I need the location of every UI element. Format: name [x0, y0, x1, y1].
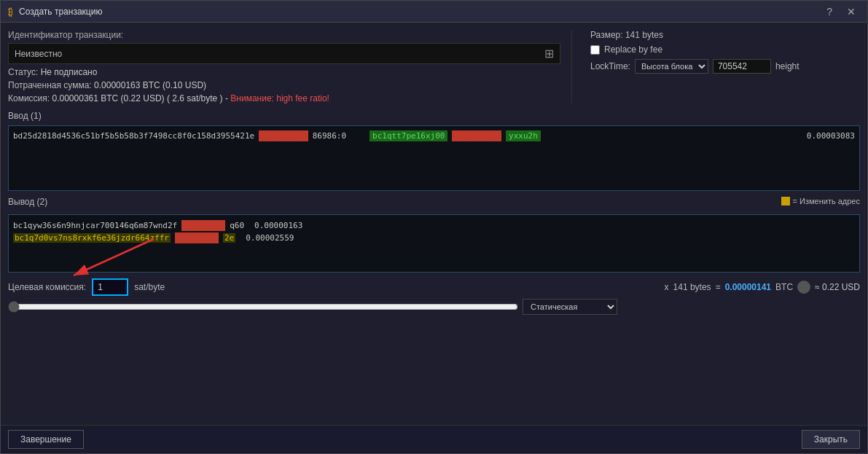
- right-info: Размер: 141 bytes Replace by fee LockTim…: [583, 30, 860, 103]
- title-bar-right: ? ✕: [822, 4, 860, 19]
- close-window-button[interactable]: ✕: [842, 4, 860, 19]
- table-row: bc1q7d0vs7ns8rxkf6e36jzdr664zffr ████ 2e…: [13, 232, 855, 244]
- fee-unit-label: sat/byte: [134, 282, 165, 292]
- fee-btc-value: 0.00000141: [725, 282, 771, 292]
- fee-multiplier: x: [665, 282, 669, 292]
- size-label: Размер:: [590, 30, 623, 40]
- output-redacted-2: ████: [175, 232, 219, 243]
- input-header: Ввод (1): [8, 108, 860, 122]
- input-redacted-1: █████████: [259, 130, 308, 141]
- close-button[interactable]: Закрыть: [802, 430, 860, 449]
- coin-icon: [797, 281, 810, 294]
- main-window: ₿ Создать транзакцию ? ✕ Идентификатор т…: [0, 0, 868, 454]
- output-addr-1-end: q60: [230, 221, 244, 230]
- legend-square: [781, 197, 790, 206]
- input-index: 86986:0: [313, 131, 346, 141]
- status-value: Не подписано: [41, 67, 98, 77]
- left-info: Идентификатор транзакции: Неизвестно ⊞ С…: [8, 30, 560, 103]
- change-addr-legend: = Изменить адрес: [781, 197, 860, 206]
- txid-box: Неизвестно ⊞: [8, 43, 560, 64]
- output-addr-1: bc1qyw36s6n9hnjcar700146q6m87wnd2f: [13, 221, 177, 230]
- title-bar-left: ₿ Создать транзакцию: [8, 6, 102, 17]
- spent-label: Потраченная сумма:: [8, 80, 92, 90]
- txid-value: Неизвестно: [15, 49, 62, 59]
- output-addr-2: bc1q7d0vs7ns8rxkf6e36jzdr664zffr: [13, 233, 171, 243]
- fee-usd-value: ≈ 0.22 USD: [815, 282, 860, 292]
- fee-btc-label: BTC: [775, 282, 793, 292]
- fee-wrapper: Целевая комиссия: sat/byte x 141 bytes =…: [8, 275, 860, 315]
- output-redacted-1: ██████: [181, 220, 225, 231]
- fee-label: Комиссия:: [8, 93, 50, 103]
- replace-by-fee-row: Replace by fee: [590, 44, 860, 55]
- legend-text: = Изменить адрес: [793, 197, 860, 206]
- fee-value-input[interactable]: [92, 278, 128, 296]
- output-amount-1: 0.00000163: [254, 221, 302, 230]
- output-label: Вывод (2): [8, 194, 47, 208]
- output-section: bc1qyw36s6n9hnjcar700146q6m87wnd2f █████…: [8, 214, 860, 273]
- locktime-unit: height: [775, 61, 799, 71]
- output-amount-2: 0.00002559: [246, 233, 294, 243]
- bitcoin-icon: ₿: [8, 6, 13, 17]
- locktime-select[interactable]: Высота блока: [635, 59, 708, 74]
- fee-type-select[interactable]: Статическая: [523, 299, 617, 315]
- size-text: Размер: 141 bytes: [590, 30, 860, 40]
- bottom-bar: Завершение Закрыть: [1, 425, 867, 453]
- input-redacted-2: █████████: [452, 130, 501, 141]
- locktime-label: LockTime:: [590, 61, 630, 71]
- fee-bytes: 141 bytes: [673, 282, 711, 292]
- finish-button[interactable]: Завершение: [8, 430, 84, 449]
- replace-by-fee-label: Replace by fee: [604, 44, 662, 55]
- size-value: 141 bytes: [625, 30, 663, 40]
- qr-icon: ⊞: [544, 47, 554, 60]
- input-amount: 0.00003083: [807, 131, 855, 141]
- output-addr-2-end: 2e: [223, 233, 235, 243]
- sections-wrapper: Ввод (1) bd25d2818d4536c51bf5b5b58b3f749…: [8, 108, 860, 418]
- fee-warning: Внимание: high fee ratio!: [230, 93, 329, 103]
- input-txid: bd25d2818d4536c51bf5b5b58b3f7498cc8f0c15…: [13, 131, 254, 141]
- input-address: bc1qtt7pe16xj00: [370, 130, 447, 141]
- slider-row: Статическая: [8, 299, 860, 315]
- txid-label: Идентификатор транзакции:: [8, 30, 560, 40]
- locktime-row: LockTime: Высота блока height: [590, 59, 860, 74]
- locktime-value-input[interactable]: [713, 59, 771, 74]
- status-label: Статус:: [8, 67, 38, 77]
- replace-by-fee-checkbox[interactable]: [590, 45, 600, 55]
- fee-section: Целевая комиссия: sat/byte x 141 bytes =…: [8, 275, 860, 299]
- input-address-end: yxxu2h: [506, 130, 541, 141]
- help-button[interactable]: ?: [822, 4, 837, 19]
- table-row: bc1qyw36s6n9hnjcar700146q6m87wnd2f █████…: [13, 219, 855, 232]
- table-row: bd25d2818d4536c51bf5b5b58b3f7498cc8f0c15…: [13, 130, 855, 141]
- title-bar: ₿ Создать транзакцию ? ✕: [1, 1, 867, 23]
- spent-line: Потраченная сумма: 0.00000163 BTC (0.10 …: [8, 80, 560, 90]
- fee-line: Комиссия: 0.00000361 BTC (0.22 USD) ( 2.…: [8, 93, 560, 103]
- fee-calc: x 141 bytes = 0.00000141 BTC ≈ 0.22 USD: [665, 281, 860, 294]
- fee-slider[interactable]: [8, 301, 518, 313]
- fee-equals: =: [716, 282, 721, 292]
- output-header: Вывод (2) = Изменить адрес: [8, 194, 860, 208]
- top-section: Идентификатор транзакции: Неизвестно ⊞ С…: [8, 30, 860, 103]
- window-title: Создать транзакцию: [19, 7, 102, 17]
- fee-value: 0.00000361 BTC (0.22 USD) ( 2.6 sat/byte…: [52, 93, 228, 103]
- input-section: bd25d2818d4536c51bf5b5b58b3f7498cc8f0c15…: [8, 125, 860, 191]
- main-content: Идентификатор транзакции: Неизвестно ⊞ С…: [1, 23, 867, 425]
- status-line: Статус: Не подписано: [8, 67, 560, 77]
- fee-control-label: Целевая комиссия:: [8, 282, 86, 292]
- spent-value: 0.00000163 BTC (0.10 USD): [94, 80, 206, 90]
